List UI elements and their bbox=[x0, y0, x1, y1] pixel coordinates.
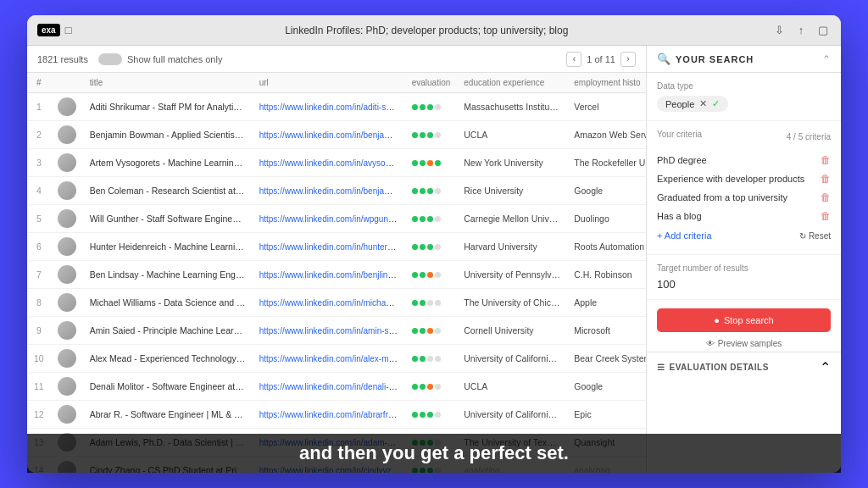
row-number: 9 bbox=[27, 317, 51, 345]
row-eval bbox=[405, 401, 458, 429]
row-url[interactable]: https://www.linkedin.com/in/hunter-heide… bbox=[253, 233, 405, 261]
col-url: url bbox=[253, 73, 405, 93]
download-icon[interactable]: ⇩ bbox=[771, 23, 787, 38]
row-number: 1 bbox=[27, 93, 51, 121]
row-eval bbox=[405, 177, 458, 205]
url-link[interactable]: https://www.linkedin.com/in/michael-will… bbox=[259, 297, 405, 308]
url-link[interactable]: https://www.linkedin.com/in/abrarfrahman bbox=[259, 409, 405, 419]
criteria-delete-btn[interactable]: 🗑 bbox=[821, 173, 831, 185]
table-row[interactable]: 5 Will Gunther - Staff Software Engineer… bbox=[27, 205, 646, 233]
pagination: ‹ 1 of 11 › bbox=[566, 52, 636, 67]
next-page-btn[interactable]: › bbox=[620, 52, 636, 67]
row-employment: Vercel bbox=[567, 93, 646, 121]
criteria-delete-btn[interactable]: 🗑 bbox=[821, 154, 831, 166]
row-url[interactable]: https://www.linkedin.com/in/benjlindsay bbox=[253, 261, 405, 289]
badge-remove-icon[interactable]: ✕ bbox=[699, 98, 707, 109]
toggle-label: Show full matches only bbox=[127, 54, 223, 64]
row-url[interactable]: https://www.linkedin.com/in/benjamin-ray… bbox=[253, 177, 405, 205]
table-row[interactable]: 2 Benjamin Bowman - Applied Scientist @ … bbox=[27, 121, 646, 149]
criteria-section: Your criteria 4 / 5 criteria PhD degree … bbox=[647, 121, 841, 255]
main-panel: 1821 results Show full matches only ‹ 1 … bbox=[27, 46, 646, 473]
row-title: Ben Lindsay - Machine Learning Engineer … bbox=[83, 261, 253, 289]
row-title: Alex Mead - Experienced Technology Consu… bbox=[83, 345, 253, 373]
stop-icon: ● bbox=[714, 315, 720, 325]
target-results-value: 100 bbox=[657, 278, 831, 291]
table-row[interactable]: 9 Amin Saied - Principle Machine Learnin… bbox=[27, 317, 646, 345]
row-education: University of California, Berke bbox=[457, 401, 567, 429]
row-url[interactable]: https://www.linkedin.com/in/michael-will… bbox=[253, 289, 405, 317]
row-url[interactable]: https://www.linkedin.com/in/denali-molit… bbox=[253, 373, 405, 401]
collapse-btn[interactable]: ⌃ bbox=[822, 53, 831, 65]
criteria-header: Your criteria 4 / 5 criteria bbox=[657, 130, 831, 144]
row-eval bbox=[405, 345, 458, 373]
eval-details-header[interactable]: ☰ EVALUATION DETAILS ⌃ bbox=[647, 352, 841, 382]
stop-search-btn[interactable]: ● Stop search bbox=[657, 308, 831, 332]
criteria-delete-btn[interactable]: 🗑 bbox=[821, 210, 831, 222]
row-url[interactable]: https://www.linkedin.com/in/avysogorets bbox=[253, 149, 405, 177]
url-link[interactable]: https://www.linkedin.com/in/aditi-shriku… bbox=[259, 102, 405, 112]
table-row[interactable]: 8 Michael Williams - Data Science and Ma… bbox=[27, 289, 646, 317]
row-title: Denali Molitor - Software Engineer at Go… bbox=[83, 373, 253, 401]
url-link[interactable]: https://www.linkedin.com/in/denali-molit… bbox=[259, 381, 405, 391]
table-row[interactable]: 1 Aditi Shrikumar - Staff PM for Analyti… bbox=[27, 93, 646, 121]
reset-label: Reset bbox=[809, 231, 831, 241]
url-link[interactable]: https://www.linkedin.com/in/amin-saied bbox=[259, 325, 405, 336]
row-number: 6 bbox=[27, 233, 51, 261]
table-row[interactable]: 6 Hunter Heidenreich - Machine Learning … bbox=[27, 233, 646, 261]
add-criteria-btn[interactable]: + Add criteria bbox=[657, 230, 712, 241]
results-table: # title url evaluation education experie… bbox=[27, 73, 646, 473]
row-url[interactable]: https://www.linkedin.com/in/wpgunther bbox=[253, 205, 405, 233]
row-title: Benjamin Bowman - Applied Scientist @ AW… bbox=[83, 121, 253, 149]
avatar bbox=[58, 265, 76, 284]
row-employment: Google bbox=[567, 177, 646, 205]
badge-check-icon: ✓ bbox=[712, 98, 720, 109]
data-type-badge[interactable]: People ✕ ✓ bbox=[657, 96, 728, 112]
row-eval bbox=[405, 93, 458, 121]
full-matches-toggle[interactable] bbox=[98, 53, 122, 65]
row-url[interactable]: https://www.linkedin.com/in/abrarfrahman bbox=[253, 401, 405, 429]
target-results-section: Target number of results 100 bbox=[647, 255, 841, 300]
row-eval bbox=[405, 373, 458, 401]
table-row[interactable]: 4 Ben Coleman - Research Scientist at Go… bbox=[27, 177, 646, 205]
prev-page-btn[interactable]: ‹ bbox=[566, 52, 581, 67]
col-num: # bbox=[27, 73, 51, 93]
table-row[interactable]: 12 Abrar R. - Software Engineer | ML & G… bbox=[27, 401, 646, 429]
row-url[interactable]: https://www.linkedin.com/in/alex-mead bbox=[253, 345, 405, 373]
data-type-value: People bbox=[665, 99, 694, 109]
reset-icon: ↻ bbox=[799, 231, 806, 241]
grid-icon[interactable]: ▢ bbox=[815, 23, 831, 38]
table-row[interactable]: 10 Alex Mead - Experienced Technology Co… bbox=[27, 345, 646, 373]
col-title: title bbox=[83, 73, 253, 93]
row-education: UCLA bbox=[457, 121, 567, 149]
avatar bbox=[58, 153, 76, 172]
share-icon[interactable]: ↑ bbox=[793, 23, 809, 38]
preview-samples-btn[interactable]: 👁 Preview samples bbox=[647, 336, 841, 352]
row-number: 7 bbox=[27, 261, 51, 289]
url-link[interactable]: https://www.linkedin.com/in/wpgunther bbox=[259, 214, 403, 224]
row-url[interactable]: https://www.linkedin.com/in/aditi-shriku… bbox=[253, 93, 405, 121]
data-type-section: Data type People ✕ ✓ bbox=[647, 73, 841, 121]
row-employment: C.H. Robinson bbox=[567, 261, 646, 289]
criteria-delete-btn[interactable]: 🗑 bbox=[821, 191, 831, 203]
row-url[interactable]: https://www.linkedin.com/in/benjamin-bow… bbox=[253, 121, 405, 149]
add-criteria-row: + Add criteria ↻ Reset bbox=[657, 225, 831, 246]
avatar-cell bbox=[51, 317, 83, 345]
reset-btn[interactable]: ↻ Reset bbox=[799, 231, 831, 241]
row-title: Hunter Heidenreich - Machine Learning En… bbox=[83, 233, 253, 261]
table-row[interactable]: 11 Denali Molitor - Software Engineer at… bbox=[27, 373, 646, 401]
table-row[interactable]: 3 Artem Vysogorets - Machine Learning En… bbox=[27, 149, 646, 177]
row-eval bbox=[405, 121, 458, 149]
results-count: 1821 results bbox=[37, 54, 88, 64]
criteria-item: PhD degree 🗑 bbox=[657, 151, 831, 169]
pagination-info: 1 of 11 bbox=[587, 54, 615, 64]
url-link[interactable]: https://www.linkedin.com/in/avysogorets bbox=[259, 158, 405, 168]
subtitle-text: and then you get a perfect set. bbox=[299, 442, 569, 463]
url-link[interactable]: https://www.linkedin.com/in/benjlindsay bbox=[259, 269, 405, 280]
url-link[interactable]: https://www.linkedin.com/in/benjamin-ray… bbox=[259, 186, 405, 196]
url-link[interactable]: https://www.linkedin.com/in/hunter-heide… bbox=[259, 241, 405, 252]
window-title: LinkedIn Profiles: PhD; developer produc… bbox=[82, 25, 771, 36]
url-link[interactable]: https://www.linkedin.com/in/alex-mead bbox=[259, 353, 403, 363]
row-url[interactable]: https://www.linkedin.com/in/amin-saied bbox=[253, 317, 405, 345]
url-link[interactable]: https://www.linkedin.com/in/benjamin-bow… bbox=[259, 130, 405, 140]
table-row[interactable]: 7 Ben Lindsay - Machine Learning Enginee… bbox=[27, 261, 646, 289]
